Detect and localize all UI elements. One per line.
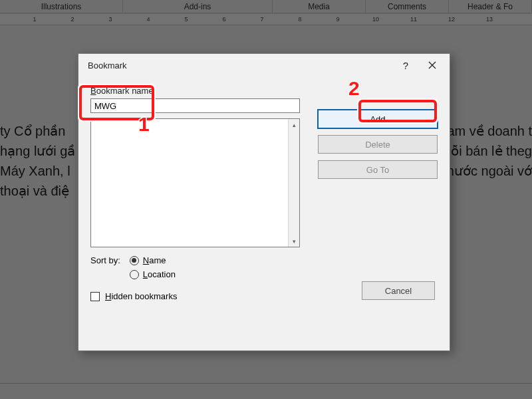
dialog-titlebar[interactable]: Bookmark ?	[78, 54, 450, 76]
ruler-tick: 2	[67, 14, 78, 25]
doc-divider	[0, 383, 532, 384]
ribbon-group-illustrations[interactable]: Illustrations	[0, 0, 123, 13]
bookmark-dialog: Bookmark ? Bookmark name: ▴ ▾ Add Delete…	[78, 53, 450, 351]
ruler-tick: 12	[446, 14, 457, 25]
doc-text: thoại và điệ	[0, 181, 69, 201]
sort-location-radio[interactable]: Location	[130, 269, 176, 279]
radio-unchecked-icon	[130, 270, 139, 279]
radio-checked-icon	[130, 256, 139, 265]
ruler-tick: 4	[143, 14, 154, 25]
doc-text: uỗi bán lẻ theg	[444, 141, 532, 162]
sort-name-radio[interactable]: Name	[130, 255, 176, 265]
ruler-tick: 13	[484, 14, 495, 25]
doc-text: Máy Xanh, l	[0, 161, 70, 182]
cancel-button[interactable]: Cancel	[362, 281, 435, 300]
ruler-tick: 8	[295, 14, 305, 25]
dialog-title: Bookmark	[88, 61, 392, 70]
doc-text: nước ngoài vớ	[447, 161, 532, 182]
doc-text: am về doanh t	[447, 121, 532, 142]
scroll-down-icon[interactable]: ▾	[289, 235, 300, 247]
ruler-tick: 9	[332, 14, 343, 25]
bookmark-list[interactable]: ▴ ▾	[90, 118, 300, 247]
goto-button: Go To	[318, 160, 438, 179]
ruler-tick: 6	[219, 14, 229, 25]
hidden-bookmarks-checkbox[interactable]	[90, 292, 100, 301]
ribbon-group-media[interactable]: Media	[273, 0, 366, 13]
ruler-tick: 1	[29, 14, 40, 25]
ribbon-group-header-footer[interactable]: Header & Fo	[449, 0, 532, 13]
add-button[interactable]: Add	[318, 110, 438, 128]
close-icon	[428, 61, 436, 69]
ribbon-groups: Illustrations Add-ins Media Comments Hea…	[0, 0, 532, 13]
hidden-bookmarks-label: Hidden bookmarks	[105, 291, 177, 301]
close-button[interactable]	[419, 56, 446, 74]
ribbon-group-addins[interactable]: Add-ins	[123, 0, 273, 13]
list-scrollbar[interactable]: ▴ ▾	[288, 119, 299, 247]
scroll-up-icon[interactable]: ▴	[289, 119, 300, 130]
bookmark-name-label: Bookmark name:	[90, 86, 438, 96]
ruler-tick: 10	[370, 14, 381, 25]
doc-text: ty Cổ phần	[0, 121, 78, 142]
delete-button: Delete	[318, 135, 438, 154]
doc-text: hạng lưới gầ	[0, 141, 76, 162]
horizontal-ruler[interactable]: 1 2 3 4 5 6 7 8 9 10 11 12 13	[0, 13, 532, 25]
ruler-tick: 3	[105, 14, 116, 25]
sort-by-label: Sort by:	[90, 255, 120, 279]
help-button[interactable]: ?	[392, 56, 419, 74]
ruler-tick: 11	[408, 14, 419, 25]
bookmark-name-input[interactable]	[90, 98, 300, 113]
ribbon-group-comments[interactable]: Comments	[366, 0, 449, 13]
ruler-tick: 7	[257, 14, 267, 25]
ruler-tick: 5	[181, 14, 192, 25]
